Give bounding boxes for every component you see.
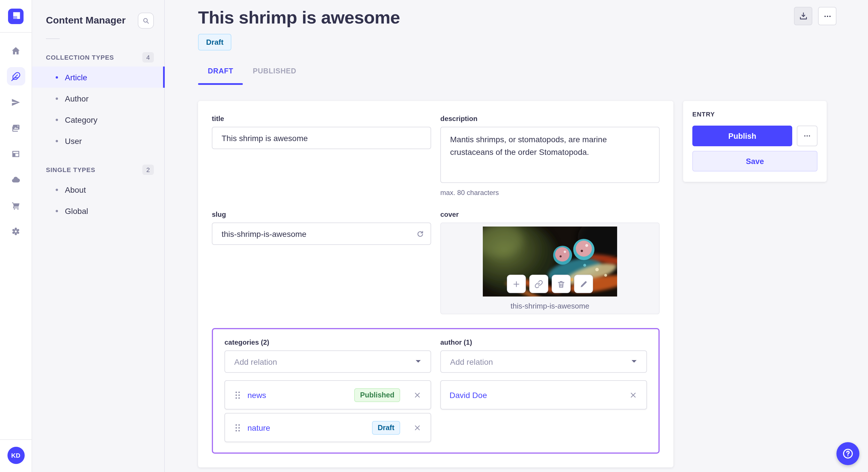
tab-draft[interactable]: DRAFT (198, 64, 243, 85)
trash-icon (557, 279, 565, 288)
header-actions (794, 7, 836, 25)
title-field: title (212, 115, 431, 197)
chevron-down-icon (415, 360, 422, 364)
strapi-admin: KD Content Manager COLLECTION TYPES 4 Ar… (0, 0, 868, 472)
sidebar-item-author[interactable]: Author (32, 88, 164, 109)
remove-relation-button[interactable] (629, 390, 638, 400)
collection-types-label: COLLECTION TYPES (46, 54, 114, 61)
title-input[interactable] (212, 127, 431, 149)
relation-link[interactable]: nature (247, 423, 270, 432)
single-types-label: SINGLE TYPES (46, 166, 95, 173)
cover-label: cover (440, 210, 660, 218)
close-icon (414, 392, 421, 398)
more-dots-icon (823, 11, 832, 21)
slug-input[interactable] (212, 223, 431, 245)
entry-panel: ENTRY Publish Save (683, 101, 827, 182)
remove-relation-button[interactable] (413, 390, 422, 400)
save-button[interactable]: Save (692, 151, 817, 171)
description-hint: max. 80 characters (440, 189, 660, 197)
author-label: author (1) (440, 338, 647, 346)
bullet-icon (56, 119, 58, 121)
settings-gear-icon[interactable] (7, 222, 25, 240)
relation-item-news: news Published (224, 380, 431, 409)
import-export-button[interactable] (794, 7, 812, 25)
sidebar-item-article[interactable]: Article (32, 67, 164, 88)
categories-label: categories (2) (224, 338, 431, 346)
single-types-header: SINGLE TYPES 2 (32, 165, 164, 175)
cover-filename: this-shrimp-is-awesome (510, 302, 590, 310)
single-types-list: About Global (32, 179, 164, 222)
strapi-logo-icon[interactable] (8, 8, 24, 24)
link-icon (534, 279, 543, 288)
relations-highlight-box: categories (2) Add relation news (212, 328, 660, 453)
add-media-button[interactable] (507, 275, 526, 293)
user-avatar[interactable]: KD (7, 447, 24, 464)
nav-rail: KD (0, 0, 32, 472)
bullet-icon (56, 76, 58, 78)
drag-handle-icon[interactable] (234, 423, 242, 433)
rail-bottom: KD (0, 439, 32, 472)
delete-media-button[interactable] (552, 275, 570, 293)
bullet-icon (56, 189, 58, 191)
description-textarea[interactable]: Mantis shrimps, or stomatopods, are mari… (440, 127, 660, 183)
author-add-relation-select[interactable]: Add relation (440, 350, 647, 373)
entry-panel-title: ENTRY (692, 111, 817, 117)
collection-types-list: Article Author Category User (32, 67, 164, 151)
tab-published[interactable]: PUBLISHED (243, 64, 306, 85)
search-button[interactable] (138, 12, 154, 29)
edit-media-button[interactable] (574, 275, 593, 293)
more-options-button[interactable] (818, 7, 836, 25)
regenerate-slug-button[interactable] (411, 225, 429, 243)
logo-area (0, 0, 32, 33)
release-icon[interactable] (7, 93, 25, 111)
close-icon (630, 392, 637, 398)
description-field: description Mantis shrimps, or stomatopo… (440, 115, 660, 197)
home-icon[interactable] (7, 41, 25, 60)
relation-link[interactable]: news (247, 390, 266, 400)
marketplace-cart-icon[interactable] (7, 196, 25, 214)
title-label: title (212, 115, 431, 123)
help-button[interactable] (836, 442, 859, 465)
collection-types-header: COLLECTION TYPES 4 (32, 52, 164, 63)
pencil-icon (579, 279, 588, 288)
plus-icon (512, 279, 521, 288)
remove-relation-button[interactable] (413, 423, 422, 432)
sidebar-item-global[interactable]: Global (32, 200, 164, 222)
drag-handle-icon[interactable] (234, 390, 242, 400)
content-manager-sidebar: Content Manager COLLECTION TYPES 4 Artic… (32, 0, 165, 472)
media-library-icon[interactable] (7, 119, 25, 137)
sidebar-item-user[interactable]: User (32, 130, 164, 151)
bullet-icon (56, 140, 58, 142)
categories-field: categories (2) Add relation news (224, 338, 431, 442)
relation-link[interactable]: David Doe (450, 390, 487, 400)
copy-link-button[interactable] (529, 275, 548, 293)
categories-add-relation-select[interactable]: Add relation (224, 350, 431, 373)
search-icon (142, 16, 150, 25)
collection-types-count: 4 (143, 52, 154, 63)
version-tabs: DRAFT PUBLISHED (198, 64, 868, 85)
content-type-builder-icon[interactable] (7, 144, 25, 163)
close-icon (414, 424, 421, 431)
relation-status-badge: Draft (372, 421, 400, 434)
sidebar-divider (46, 38, 60, 39)
refresh-icon (415, 229, 425, 238)
sidebar-item-category[interactable]: Category (32, 109, 164, 130)
sidebar-item-about[interactable]: About (32, 179, 164, 200)
page-title: This shrimp is awesome (198, 7, 868, 28)
bullet-icon (56, 210, 58, 212)
publish-button[interactable]: Publish (692, 126, 792, 146)
more-dots-icon (803, 131, 812, 140)
relation-status-badge: Published (354, 388, 400, 402)
chevron-down-icon (631, 360, 637, 364)
entry-more-button[interactable] (797, 126, 817, 146)
author-relation-list: David Doe (440, 380, 647, 409)
cover-actions (507, 275, 593, 293)
question-mark-icon (842, 447, 854, 460)
deploy-cloud-icon[interactable] (7, 170, 25, 189)
rail-nav (7, 41, 25, 240)
download-icon (798, 11, 808, 21)
content-manager-icon[interactable] (7, 67, 25, 86)
categories-relation-list: news Published nature (224, 380, 431, 442)
slug-field: slug (212, 210, 431, 314)
cover-media-card: this-shrimp-is-awesome (440, 223, 660, 314)
